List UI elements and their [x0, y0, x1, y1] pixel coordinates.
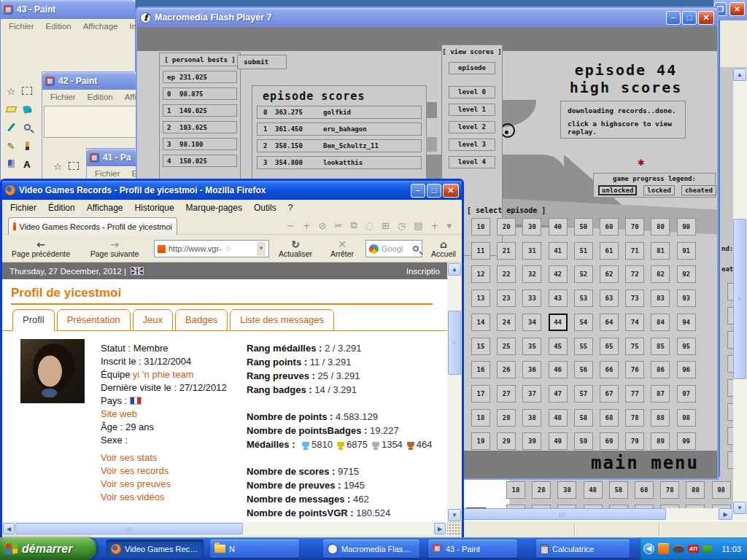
episode-button-33[interactable]: 33 [522, 289, 541, 307]
episode-button-62[interactable]: 62 [600, 265, 619, 283]
episode-button-25[interactable]: 25 [497, 338, 516, 355]
resize-grip[interactable] [447, 522, 462, 535]
minimize-icon[interactable]: – [666, 11, 681, 25]
episode-button-37[interactable]: 37 [522, 385, 541, 402]
close-icon[interactable]: ✕ [443, 184, 459, 198]
episode-button-46[interactable]: 46 [549, 361, 568, 378]
scroll-down-icon[interactable]: ▼ [733, 502, 746, 514]
taskbar-task-calculator[interactable]: Calculatrice [536, 540, 630, 558]
ati-icon[interactable]: ATI [688, 545, 699, 553]
episode-button-45[interactable]: 45 [549, 338, 568, 355]
text-tool[interactable] [19, 155, 35, 173]
episode-button-30[interactable]: 30 [522, 218, 541, 236]
episode-button-64[interactable]: 64 [600, 314, 619, 331]
episode-button-26[interactable]: 26 [497, 361, 516, 378]
title-bar[interactable]: Video Games Records - Profil de yicestmo… [2, 181, 462, 200]
episode-button-73[interactable]: 73 [625, 289, 644, 307]
episode-button-28[interactable]: 28 [532, 481, 551, 499]
episode-button-90[interactable]: 90 [677, 218, 696, 236]
menu-item[interactable]: Fichier [90, 168, 125, 179]
episode-button-89[interactable]: 89 [651, 432, 670, 450]
legend-cheated[interactable]: cheated [681, 185, 716, 195]
menu-item[interactable]: Fichier [45, 91, 81, 103]
menu-item[interactable]: Affichage [82, 201, 128, 214]
start-button[interactable]: démarrer [0, 537, 96, 560]
personal-best-row[interactable]: 4150.025 [163, 155, 237, 167]
episode-button-95[interactable]: 95 [677, 338, 696, 355]
episode-button-18[interactable]: 18 [471, 409, 490, 427]
view-scores-button-level-2[interactable]: level 2 [449, 121, 495, 133]
episode-button-58[interactable]: 58 [609, 481, 628, 499]
episode-button-76[interactable]: 76 [625, 361, 644, 378]
horizontal-scrollbar[interactable]: ||| ▶ [458, 508, 747, 521]
more-icon[interactable]: ▾ [446, 220, 452, 231]
personal-best-row[interactable]: ep231.025 [163, 71, 237, 83]
home-button[interactable]: ⌂ Accueil [424, 236, 463, 261]
taskbar-task-flash[interactable]: Macromedia Flash ... [323, 540, 419, 558]
episode-button-92[interactable]: 92 [677, 265, 696, 283]
episode-button-88[interactable]: 88 [686, 481, 705, 499]
episode-button-55[interactable]: 55 [574, 338, 593, 355]
decrease-icon[interactable]: − [287, 220, 295, 231]
bookmark-star-icon[interactable]: ☆ [225, 244, 233, 254]
menu-item[interactable]: Fichier [5, 201, 42, 214]
episode-button-82[interactable]: 82 [651, 265, 670, 283]
profile-tab-pr-sentation[interactable]: Présentation [57, 309, 131, 331]
free-select-tool[interactable] [50, 157, 66, 175]
episode-button-44[interactable]: 44 [549, 314, 568, 331]
episode-button-87[interactable]: 87 [651, 385, 670, 402]
episode-button-41[interactable]: 41 [549, 242, 568, 260]
episode-button-38[interactable]: 38 [557, 481, 576, 499]
episode-button-81[interactable]: 81 [651, 242, 670, 260]
menu-item[interactable]: Outils [249, 201, 282, 214]
new-tab-icon[interactable]: + [431, 220, 439, 231]
episode-button-42[interactable]: 42 [549, 265, 568, 283]
forward-button[interactable]: → Page suivante [79, 236, 150, 261]
search-box[interactable]: Googl [365, 240, 422, 257]
episode-button-61[interactable]: 61 [600, 242, 619, 260]
episode-button-66[interactable]: 66 [600, 361, 619, 378]
episode-button-60[interactable]: 60 [600, 218, 619, 236]
cut-icon[interactable]: ✂ [334, 220, 342, 231]
rect-select-tool[interactable] [66, 157, 82, 175]
usb-icon[interactable] [703, 545, 712, 553]
episode-score-row[interactable]: 0363.275golfkid [257, 106, 422, 119]
episode-button-88[interactable]: 88 [651, 409, 670, 427]
episode-button-72[interactable]: 72 [625, 265, 644, 283]
color-picker-tool[interactable] [3, 118, 19, 136]
scrollbar-thumb[interactable]: ≡ [733, 219, 746, 379]
episode-button-17[interactable]: 17 [471, 385, 490, 402]
episode-button-27[interactable]: 27 [497, 385, 516, 402]
increase-icon[interactable]: + [303, 220, 311, 231]
episode-button-80[interactable]: 80 [651, 218, 670, 236]
episode-button-39[interactable]: 39 [522, 432, 541, 450]
episode-button-34[interactable]: 34 [522, 314, 541, 331]
episode-button-83[interactable]: 83 [651, 289, 670, 307]
episode-button-22[interactable]: 22 [497, 265, 516, 283]
episode-button-52[interactable]: 52 [574, 265, 593, 283]
history-icon[interactable]: ◷ [398, 220, 406, 231]
title-bar[interactable]: f Macromedia Flash Player 7 – □ ✕ [137, 8, 717, 27]
episode-button-93[interactable]: 93 [677, 289, 696, 307]
vertical-scrollbar[interactable]: ▲ ≡ ▼ [733, 69, 747, 515]
episode-button-47[interactable]: 47 [549, 385, 568, 402]
episode-button-31[interactable]: 31 [522, 242, 541, 260]
episode-button-19[interactable]: 19 [471, 432, 490, 450]
title-bar[interactable]: 43 - Paint [1, 0, 135, 19]
view-scores-button-level-0[interactable]: level 0 [449, 86, 495, 98]
title-bar[interactable]: 42 - Paint [42, 72, 136, 90]
episode-button-49[interactable]: 49 [549, 432, 568, 450]
inscription-link[interactable]: Inscriptio [406, 267, 440, 276]
stop-button[interactable]: ✕ Arrêter [322, 236, 363, 261]
maximize-icon[interactable]: □ [427, 184, 441, 198]
episode-button-16[interactable]: 16 [471, 361, 490, 378]
back-button[interactable]: ← Page précédente [4, 236, 78, 261]
episode-button-38[interactable]: 38 [522, 409, 541, 427]
episode-button-75[interactable]: 75 [625, 338, 644, 355]
profile-link[interactable]: Voir ses vidéos [101, 491, 164, 502]
search-text[interactable]: Googl [382, 244, 403, 253]
scrollbar-thumb[interactable]: ≡ [448, 311, 461, 375]
scroll-up-icon[interactable]: ▲ [448, 263, 461, 276]
episode-button-24[interactable]: 24 [497, 314, 516, 331]
scroll-up-icon[interactable]: ▲ [733, 69, 746, 81]
